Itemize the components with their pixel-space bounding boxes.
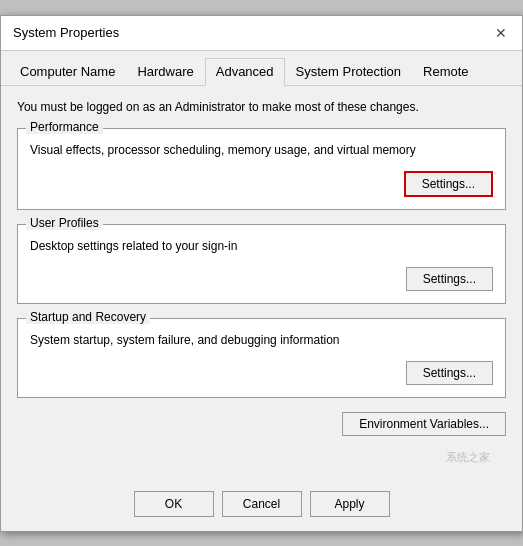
ok-button[interactable]: OK bbox=[134, 491, 214, 517]
tab-computer-name[interactable]: Computer Name bbox=[9, 58, 126, 86]
performance-group: Performance Visual effects, processor sc… bbox=[17, 128, 506, 210]
tab-hardware[interactable]: Hardware bbox=[126, 58, 204, 86]
startup-recovery-desc: System startup, system failure, and debu… bbox=[30, 331, 493, 349]
tab-remote[interactable]: Remote bbox=[412, 58, 480, 86]
user-profiles-desc: Desktop settings related to your sign-in bbox=[30, 237, 493, 255]
admin-notice: You must be logged on as an Administrato… bbox=[17, 100, 506, 114]
startup-recovery-label: Startup and Recovery bbox=[26, 310, 150, 324]
startup-recovery-group: Startup and Recovery System startup, sys… bbox=[17, 318, 506, 398]
startup-recovery-settings-button[interactable]: Settings... bbox=[406, 361, 493, 385]
user-profiles-label: User Profiles bbox=[26, 216, 103, 230]
cancel-button[interactable]: Cancel bbox=[222, 491, 302, 517]
tab-content: You must be logged on as an Administrato… bbox=[1, 86, 522, 483]
close-button[interactable]: ✕ bbox=[492, 24, 510, 42]
window-title: System Properties bbox=[13, 25, 119, 40]
performance-settings-button[interactable]: Settings... bbox=[404, 171, 493, 197]
apply-button[interactable]: Apply bbox=[310, 491, 390, 517]
watermark: 系统之家 bbox=[17, 450, 506, 465]
system-properties-window: System Properties ✕ Computer Name Hardwa… bbox=[0, 15, 523, 532]
environment-variables-button[interactable]: Environment Variables... bbox=[342, 412, 506, 436]
user-profiles-group: User Profiles Desktop settings related t… bbox=[17, 224, 506, 304]
performance-desc: Visual effects, processor scheduling, me… bbox=[30, 141, 493, 159]
performance-label: Performance bbox=[26, 120, 103, 134]
title-bar: System Properties ✕ bbox=[1, 16, 522, 51]
user-profiles-settings-button[interactable]: Settings... bbox=[406, 267, 493, 291]
tab-bar: Computer Name Hardware Advanced System P… bbox=[1, 51, 522, 86]
dialog-buttons: OK Cancel Apply bbox=[1, 483, 522, 531]
env-variables-row: Environment Variables... bbox=[17, 412, 506, 436]
tab-system-protection[interactable]: System Protection bbox=[285, 58, 413, 86]
tab-advanced[interactable]: Advanced bbox=[205, 58, 285, 86]
